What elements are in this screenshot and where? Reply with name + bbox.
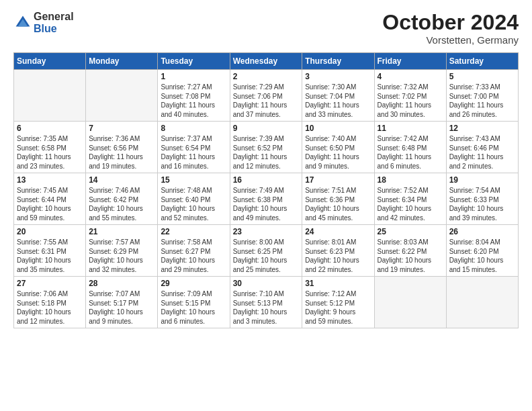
day-detail: Sunrise: 7:45 AMSunset: 6:44 PMDaylight:… [17, 186, 83, 222]
day-detail: Sunrise: 7:06 AMSunset: 5:18 PMDaylight:… [17, 289, 83, 326]
calendar-header-row: Sunday Monday Tuesday Wednesday Thursday… [14, 53, 519, 70]
day-number: 14 [89, 175, 154, 185]
day-detail: Sunrise: 7:27 AMSunset: 7:08 PMDaylight:… [161, 83, 226, 119]
table-row: 30Sunrise: 7:10 AMSunset: 5:13 PMDayligh… [230, 277, 302, 328]
col-sunday: Sunday [14, 53, 86, 70]
day-number: 18 [378, 175, 443, 185]
day-detail: Sunrise: 7:37 AMSunset: 6:54 PMDaylight:… [161, 134, 226, 171]
day-number: 10 [305, 124, 371, 133]
month-year-title: October 2024 [382, 11, 519, 34]
table-row: 19Sunrise: 7:54 AMSunset: 6:33 PMDayligh… [446, 173, 518, 225]
day-detail: Sunrise: 8:01 AMSunset: 6:23 PMDaylight:… [305, 238, 371, 274]
day-number: 15 [161, 175, 226, 185]
table-row: 27Sunrise: 7:06 AMSunset: 5:18 PMDayligh… [14, 277, 86, 328]
day-detail: Sunrise: 7:36 AMSunset: 6:56 PMDaylight:… [89, 134, 154, 171]
day-number: 24 [305, 227, 371, 236]
table-row: 17Sunrise: 7:51 AMSunset: 6:36 PMDayligh… [302, 173, 374, 225]
logo-icon [15, 15, 31, 31]
col-wednesday: Wednesday [230, 53, 302, 70]
table-row: 31Sunrise: 7:12 AMSunset: 5:12 PMDayligh… [302, 277, 374, 328]
day-number: 25 [378, 227, 443, 236]
day-number: 19 [449, 175, 515, 185]
col-saturday: Saturday [446, 53, 518, 70]
day-number: 31 [305, 279, 371, 288]
table-row: 1Sunrise: 7:27 AMSunset: 7:08 PMDaylight… [158, 70, 230, 122]
day-detail: Sunrise: 8:00 AMSunset: 6:25 PMDaylight:… [233, 238, 300, 274]
day-detail: Sunrise: 7:54 AMSunset: 6:33 PMDaylight:… [449, 186, 515, 222]
logo-text: General Blue [34, 11, 74, 34]
day-detail: Sunrise: 8:04 AMSunset: 6:20 PMDaylight:… [449, 238, 515, 274]
table-row [86, 70, 158, 122]
day-number: 9 [233, 124, 300, 133]
day-detail: Sunrise: 7:55 AMSunset: 6:31 PMDaylight:… [17, 238, 83, 274]
location-subtitle: Vorstetten, Germany [382, 34, 519, 46]
day-detail: Sunrise: 7:58 AMSunset: 6:27 PMDaylight:… [161, 238, 226, 274]
table-row: 21Sunrise: 7:57 AMSunset: 6:29 PMDayligh… [86, 225, 158, 277]
table-row: 9Sunrise: 7:39 AMSunset: 6:52 PMDaylight… [230, 122, 302, 173]
table-row: 18Sunrise: 7:52 AMSunset: 6:34 PMDayligh… [374, 173, 446, 225]
day-number: 1 [161, 72, 226, 81]
page-header: General Blue October 2024 Vorstetten, Ge… [13, 11, 519, 46]
day-number: 12 [449, 124, 515, 133]
day-detail: Sunrise: 7:46 AMSunset: 6:42 PMDaylight:… [89, 186, 154, 222]
day-number: 5 [449, 72, 515, 81]
day-detail: Sunrise: 7:12 AMSunset: 5:12 PMDaylight:… [305, 289, 371, 326]
day-number: 28 [89, 279, 154, 288]
day-detail: Sunrise: 7:32 AMSunset: 7:02 PMDaylight:… [378, 83, 443, 119]
day-number: 17 [305, 175, 371, 185]
calendar-week-1: 1Sunrise: 7:27 AMSunset: 7:08 PMDaylight… [14, 70, 519, 122]
table-row: 10Sunrise: 7:40 AMSunset: 6:50 PMDayligh… [302, 122, 374, 173]
day-detail: Sunrise: 7:57 AMSunset: 6:29 PMDaylight:… [89, 238, 154, 274]
table-row: 4Sunrise: 7:32 AMSunset: 7:02 PMDaylight… [374, 70, 446, 122]
day-detail: Sunrise: 7:29 AMSunset: 7:06 PMDaylight:… [233, 83, 300, 119]
day-detail: Sunrise: 7:07 AMSunset: 5:17 PMDaylight:… [89, 289, 154, 326]
logo-general-text: General [34, 11, 74, 23]
day-detail: Sunrise: 7:42 AMSunset: 6:48 PMDaylight:… [378, 134, 443, 171]
day-number: 2 [233, 72, 300, 81]
day-detail: Sunrise: 7:51 AMSunset: 6:36 PMDaylight:… [305, 186, 371, 222]
table-row: 15Sunrise: 7:48 AMSunset: 6:40 PMDayligh… [158, 173, 230, 225]
day-number: 26 [449, 227, 515, 236]
table-row: 13Sunrise: 7:45 AMSunset: 6:44 PMDayligh… [14, 173, 86, 225]
table-row: 3Sunrise: 7:30 AMSunset: 7:04 PMDaylight… [302, 70, 374, 122]
calendar-week-2: 6Sunrise: 7:35 AMSunset: 6:58 PMDaylight… [14, 122, 519, 173]
table-row: 20Sunrise: 7:55 AMSunset: 6:31 PMDayligh… [14, 225, 86, 277]
day-number: 3 [305, 72, 371, 81]
day-number: 22 [161, 227, 226, 236]
table-row: 7Sunrise: 7:36 AMSunset: 6:56 PMDaylight… [86, 122, 158, 173]
table-row: 26Sunrise: 8:04 AMSunset: 6:20 PMDayligh… [446, 225, 518, 277]
table-row: 6Sunrise: 7:35 AMSunset: 6:58 PMDaylight… [14, 122, 86, 173]
table-row: 25Sunrise: 8:03 AMSunset: 6:22 PMDayligh… [374, 225, 446, 277]
logo: General Blue [13, 11, 74, 34]
day-number: 6 [17, 124, 83, 133]
day-detail: Sunrise: 7:39 AMSunset: 6:52 PMDaylight:… [233, 134, 300, 171]
day-number: 20 [17, 227, 83, 236]
day-number: 7 [89, 124, 154, 133]
table-row [374, 277, 446, 328]
day-detail: Sunrise: 7:49 AMSunset: 6:38 PMDaylight:… [233, 186, 300, 222]
table-row: 22Sunrise: 7:58 AMSunset: 6:27 PMDayligh… [158, 225, 230, 277]
table-row: 28Sunrise: 7:07 AMSunset: 5:17 PMDayligh… [86, 277, 158, 328]
table-row: 14Sunrise: 7:46 AMSunset: 6:42 PMDayligh… [86, 173, 158, 225]
day-number: 23 [233, 227, 300, 236]
table-row: 23Sunrise: 8:00 AMSunset: 6:25 PMDayligh… [230, 225, 302, 277]
day-detail: Sunrise: 7:52 AMSunset: 6:34 PMDaylight:… [378, 186, 443, 222]
day-detail: Sunrise: 7:10 AMSunset: 5:13 PMDaylight:… [233, 289, 300, 326]
day-number: 21 [89, 227, 154, 236]
day-detail: Sunrise: 7:40 AMSunset: 6:50 PMDaylight:… [305, 134, 371, 171]
day-number: 30 [233, 279, 300, 288]
day-number: 29 [161, 279, 226, 288]
col-monday: Monday [86, 53, 158, 70]
col-tuesday: Tuesday [158, 53, 230, 70]
calendar-table: Sunday Monday Tuesday Wednesday Thursday… [13, 52, 519, 328]
day-number: 8 [161, 124, 226, 133]
table-row: 24Sunrise: 8:01 AMSunset: 6:23 PMDayligh… [302, 225, 374, 277]
col-thursday: Thursday [302, 53, 374, 70]
day-detail: Sunrise: 7:48 AMSunset: 6:40 PMDaylight:… [161, 186, 226, 222]
table-row: 2Sunrise: 7:29 AMSunset: 7:06 PMDaylight… [230, 70, 302, 122]
table-row: 8Sunrise: 7:37 AMSunset: 6:54 PMDaylight… [158, 122, 230, 173]
table-row [446, 277, 518, 328]
day-detail: Sunrise: 7:33 AMSunset: 7:00 PMDaylight:… [449, 83, 515, 119]
table-row: 11Sunrise: 7:42 AMSunset: 6:48 PMDayligh… [374, 122, 446, 173]
logo-blue-text: Blue [34, 23, 74, 35]
